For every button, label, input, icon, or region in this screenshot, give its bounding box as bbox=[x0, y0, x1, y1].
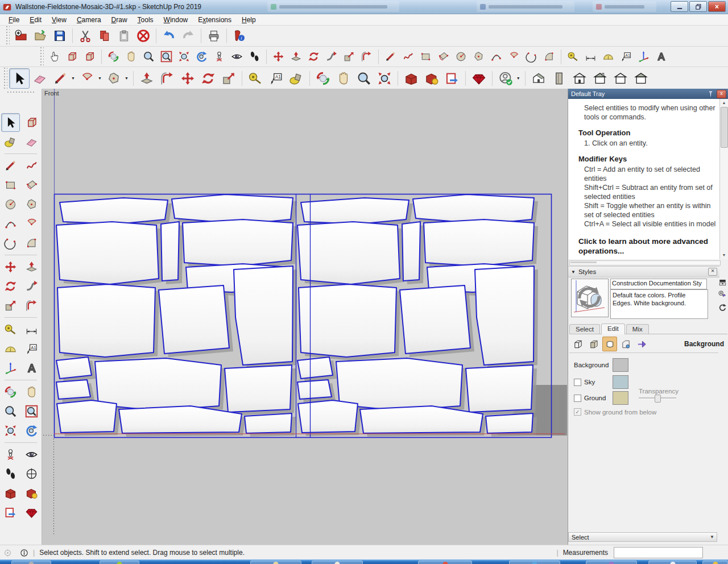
3d-warehouse-button[interactable] bbox=[1, 484, 20, 503]
zoom-extents-button[interactable] bbox=[175, 48, 193, 65]
menu-draw[interactable]: Draw bbox=[106, 15, 133, 25]
instructor-hscrollbar[interactable] bbox=[569, 260, 721, 266]
rectangle-tool[interactable] bbox=[1, 176, 20, 194]
stone-face[interactable] bbox=[57, 400, 117, 433]
zoom-tool[interactable] bbox=[140, 48, 158, 65]
zoom-tool[interactable] bbox=[1, 402, 20, 421]
tray-close-icon[interactable]: x bbox=[717, 90, 726, 98]
stone-face[interactable] bbox=[95, 358, 221, 410]
taskbar-app-button[interactable] bbox=[11, 561, 51, 564]
paint-bucket-tool[interactable] bbox=[1, 132, 20, 151]
offset-tool[interactable] bbox=[358, 48, 375, 65]
circle-tool[interactable] bbox=[452, 48, 470, 65]
previous-view-button[interactable] bbox=[193, 48, 210, 65]
help-info-icon[interactable] bbox=[20, 549, 28, 557]
send-to-layout-button[interactable] bbox=[442, 68, 462, 89]
stone-face[interactable] bbox=[297, 380, 332, 399]
toolbar-grip[interactable] bbox=[6, 26, 10, 46]
dimension-tool[interactable] bbox=[22, 320, 41, 339]
dimension-tool[interactable] bbox=[582, 48, 599, 65]
back-view-button[interactable] bbox=[610, 68, 631, 89]
arc-tool[interactable] bbox=[77, 68, 97, 89]
pie-tool[interactable] bbox=[22, 234, 41, 252]
style-name-field[interactable]: Construction Documentation Sty bbox=[610, 279, 707, 289]
select-panel-header[interactable]: Select ▼ bbox=[568, 532, 717, 542]
rectangle-tool[interactable] bbox=[417, 48, 435, 65]
pan-tool[interactable] bbox=[22, 383, 41, 401]
look-around-tool[interactable] bbox=[228, 48, 246, 65]
model-info-button[interactable]: i bbox=[230, 27, 249, 45]
stone-face[interactable] bbox=[336, 358, 462, 410]
text-tool[interactable]: A1 bbox=[617, 48, 635, 65]
menu-edit[interactable]: Edit bbox=[24, 15, 47, 25]
move-tool[interactable] bbox=[270, 48, 287, 65]
3d-text-tool[interactable] bbox=[22, 359, 41, 378]
line-tool[interactable] bbox=[1, 156, 20, 175]
pan-tool[interactable] bbox=[333, 68, 354, 89]
two-point-arc-tool[interactable] bbox=[505, 48, 523, 65]
iso-view-button[interactable] bbox=[528, 68, 549, 89]
turn-around-tool[interactable] bbox=[22, 465, 41, 483]
stone-face[interactable] bbox=[301, 198, 409, 224]
three-point-arc-tool[interactable] bbox=[1, 234, 20, 252]
collapse-triangle-icon[interactable]: ▼ bbox=[571, 269, 576, 275]
geolocation-icon[interactable] bbox=[3, 549, 12, 557]
show-ground-checkbox[interactable]: ✓ bbox=[574, 408, 581, 416]
shape-tool-dropdown[interactable]: ▼ bbox=[124, 76, 130, 80]
stone-face[interactable] bbox=[486, 413, 533, 433]
stone-face[interactable] bbox=[161, 222, 179, 281]
rotate-tool[interactable] bbox=[198, 68, 218, 89]
shape-tool[interactable] bbox=[104, 68, 124, 89]
rotate-tool[interactable] bbox=[305, 48, 322, 65]
taskbar-app-button[interactable] bbox=[648, 561, 697, 564]
toolbar-grip[interactable] bbox=[40, 47, 44, 67]
style-description-field[interactable]: Default face colors. Profile Edges. Whit… bbox=[610, 289, 708, 319]
polygon-tool[interactable] bbox=[22, 195, 41, 214]
measurements-input[interactable] bbox=[614, 547, 703, 558]
line-tool-dropdown[interactable]: ▼ bbox=[71, 76, 77, 80]
stone-face[interactable] bbox=[225, 365, 292, 412]
ground-checkbox[interactable] bbox=[574, 395, 581, 402]
stone-face[interactable] bbox=[297, 222, 400, 284]
update-style-icon[interactable] bbox=[718, 302, 727, 312]
menu-view[interactable]: View bbox=[47, 15, 72, 25]
cut-button[interactable] bbox=[76, 27, 95, 45]
print-button[interactable] bbox=[204, 27, 224, 45]
right-view-button[interactable] bbox=[590, 68, 610, 89]
scale-tool[interactable] bbox=[1, 296, 20, 315]
extension-warehouse-button[interactable] bbox=[421, 68, 442, 89]
select-tool[interactable] bbox=[9, 68, 30, 89]
menu-window[interactable]: Window bbox=[159, 15, 193, 25]
menu-file[interactable]: File bbox=[3, 15, 24, 25]
scrollbar-thumb[interactable] bbox=[721, 107, 728, 148]
slider-thumb[interactable] bbox=[655, 395, 661, 403]
left-view-button[interactable] bbox=[631, 68, 651, 89]
select-hand-tool[interactable] bbox=[46, 48, 63, 65]
undo-button[interactable] bbox=[159, 27, 179, 45]
arc-tool[interactable] bbox=[1, 214, 20, 233]
stone-face[interactable] bbox=[424, 219, 534, 266]
new-button[interactable] bbox=[11, 27, 31, 45]
face-settings-button[interactable] bbox=[586, 337, 601, 351]
text-tool[interactable]: A1 bbox=[22, 339, 41, 358]
rotated-rectangle-tool[interactable] bbox=[435, 48, 452, 65]
front-view-button[interactable] bbox=[569, 68, 590, 89]
eraser-tool[interactable] bbox=[22, 132, 41, 151]
zoom-extents-button[interactable] bbox=[374, 68, 395, 89]
3d-warehouse-button[interactable] bbox=[401, 68, 421, 89]
zoom-window-tool[interactable] bbox=[22, 402, 41, 421]
paste-button[interactable] bbox=[114, 27, 134, 45]
instructor-advanced-link[interactable]: Click to learn about more advanced opera… bbox=[578, 237, 719, 256]
redo-button[interactable] bbox=[179, 27, 198, 45]
make-component-button[interactable] bbox=[22, 113, 41, 132]
stone-face[interactable] bbox=[400, 285, 470, 354]
push-pull-tool[interactable] bbox=[136, 68, 157, 89]
text-tool[interactable]: A1 bbox=[266, 68, 286, 89]
stone-face[interactable] bbox=[299, 284, 396, 357]
open-button[interactable] bbox=[31, 27, 50, 45]
pan-tool[interactable] bbox=[122, 48, 140, 65]
extension-warehouse-button[interactable] bbox=[22, 484, 41, 503]
push-pull-tool[interactable] bbox=[287, 48, 305, 65]
taskbar-app-button[interactable] bbox=[509, 561, 560, 564]
background-settings-button[interactable] bbox=[602, 337, 617, 351]
